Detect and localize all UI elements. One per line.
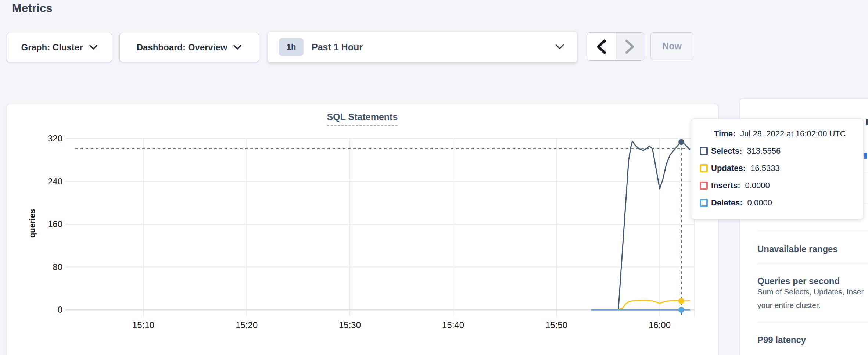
divider: [757, 264, 868, 264]
divider: [757, 230, 868, 230]
updates-swatch-icon: [700, 164, 708, 172]
queries-per-second-description: Sum of Selects, Updates, Inser your enti…: [757, 285, 864, 312]
time-range-selector[interactable]: 1h Past 1 Hour: [268, 32, 577, 62]
tooltip-selects-value: 313.5556: [747, 146, 781, 156]
sidebar-item-unavailable-ranges: Unavailable ranges: [757, 244, 838, 254]
tooltip-updates-value: 16.5333: [750, 164, 780, 173]
page-title: Metrics: [12, 2, 53, 15]
tooltip-selects-label: Selects:: [711, 146, 742, 156]
time-range-badge: 1h: [279, 38, 304, 56]
next-time-button[interactable]: [616, 33, 644, 60]
now-button[interactable]: Now: [650, 32, 693, 60]
tooltip-deletes-label: Deletes:: [711, 198, 743, 208]
sidebar-item-p99-latency: P99 latency: [757, 335, 806, 345]
chevron-left-icon: [596, 39, 606, 54]
dashboard-dropdown[interactable]: Dashboard: Overview: [119, 33, 259, 62]
deletes-swatch-icon: [700, 199, 708, 207]
tooltip-time-label: Time:: [714, 129, 735, 139]
clipped-link-glyph[interactable]: [864, 153, 867, 159]
chart-hover-tooltip: Time: Jul 28, 2022 at 16:02:00 UTC Selec…: [691, 118, 864, 219]
tooltip-inserts-label: Inserts:: [711, 181, 740, 190]
chevron-down-icon: [89, 44, 98, 50]
graph-dropdown-label: Graph: Cluster: [21, 42, 83, 53]
chevron-down-icon: [555, 44, 564, 50]
description-line: your entire cluster.: [757, 301, 821, 309]
graph-dropdown[interactable]: Graph: Cluster: [7, 33, 112, 62]
chevron-down-icon: [233, 44, 242, 50]
tooltip-time-value: Jul 28, 2022 at 16:02:00 UTC: [740, 129, 846, 139]
clipped-heading-glyph: [866, 119, 868, 125]
divider: [757, 323, 868, 323]
selects-swatch-icon: [700, 147, 708, 155]
tooltip-inserts-value: 0.0000: [745, 181, 770, 190]
chevron-right-icon: [625, 39, 635, 54]
dashboard-dropdown-label: Dashboard: Overview: [137, 42, 227, 53]
time-step-arrows: [587, 32, 644, 61]
chart-plot-area[interactable]: [65, 121, 695, 316]
tooltip-updates-label: Updates:: [711, 164, 746, 173]
time-range-label: Past 1 Hour: [312, 42, 363, 53]
now-button-label: Now: [662, 41, 682, 51]
tooltip-deletes-value: 0.0000: [747, 198, 772, 208]
inserts-swatch-icon: [700, 182, 708, 190]
prev-time-button[interactable]: [587, 33, 616, 60]
description-line: Sum of Selects, Updates, Inser: [757, 287, 864, 296]
